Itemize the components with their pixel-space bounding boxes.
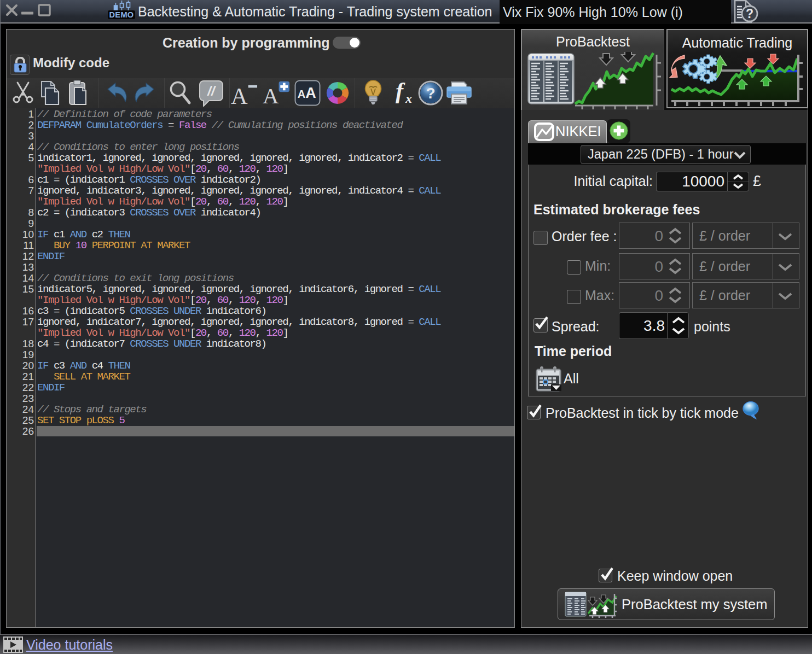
svg-text://: // [207,84,216,98]
svg-text:A: A [298,88,305,100]
svg-text:A: A [263,84,279,106]
svg-text:x: x [405,91,412,106]
svg-text:A: A [305,85,316,101]
svg-text:?: ? [426,85,435,102]
svg-text:A: A [231,83,248,106]
svg-text:?: ? [746,7,753,21]
svg-text:f: f [396,80,405,103]
